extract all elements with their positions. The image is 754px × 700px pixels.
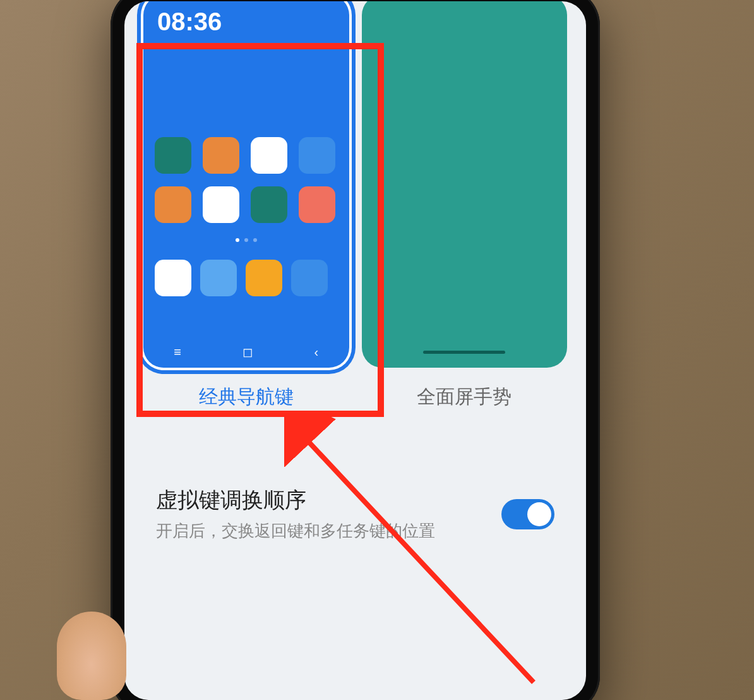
option-label-classic: 经典导航键: [199, 384, 294, 410]
page-dot: [253, 238, 257, 242]
page-dot: [236, 238, 239, 242]
swap-nav-keys-setting: 虚拟键调换顺序 开启后，交换返回键和多任务键的位置: [124, 486, 586, 542]
phone-screen: 08:36: [124, 1, 586, 700]
option-classic-nav[interactable]: 08:36: [143, 1, 349, 410]
app-icon: [251, 186, 287, 223]
app-icon: [155, 186, 191, 223]
home-app-grid: [152, 36, 340, 223]
classic-nav-preview: 08:36: [143, 1, 349, 368]
option-label-gesture: 全面屏手势: [417, 384, 512, 410]
user-thumb: [57, 612, 126, 700]
app-icon: [203, 137, 239, 174]
phone-device-frame: 08:36: [111, 0, 600, 700]
preview-nav-bar: ≡ ◻ ‹: [143, 336, 349, 368]
page-dot: [244, 238, 248, 242]
app-icon: [291, 260, 328, 296]
status-time: 08:36: [152, 4, 340, 36]
home-icon: ◻: [242, 344, 253, 359]
app-icon: [155, 260, 191, 296]
option-gesture-nav[interactable]: 全面屏手势: [362, 1, 568, 410]
setting-description: 开启后，交换返回键和多任务键的位置: [156, 520, 501, 542]
navigation-style-options: 08:36: [124, 1, 586, 410]
menu-icon: ≡: [174, 345, 181, 359]
setting-title: 虚拟键调换顺序: [156, 486, 501, 515]
gesture-home-indicator: [423, 351, 505, 354]
app-icon: [200, 260, 237, 296]
app-icon: [299, 137, 335, 174]
app-icon: [299, 186, 335, 223]
swap-keys-toggle[interactable]: [501, 499, 554, 529]
app-icon: [155, 137, 191, 174]
back-icon: ‹: [314, 345, 318, 359]
app-icon: [203, 186, 239, 223]
setting-text: 虚拟键调换顺序 开启后，交换返回键和多任务键的位置: [156, 486, 501, 542]
dock-row: [152, 242, 340, 296]
gesture-nav-preview: [362, 1, 568, 368]
app-icon: [246, 260, 282, 296]
app-icon: [251, 137, 287, 174]
toggle-knob: [527, 502, 551, 526]
